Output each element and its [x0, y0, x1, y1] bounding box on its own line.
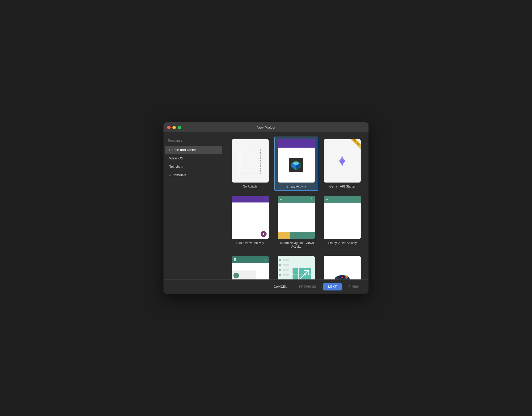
phone-body-empty: [278, 148, 315, 183]
bottom-nav-header: ← ⋮: [278, 196, 315, 203]
back-arrow-icon: ←: [325, 197, 329, 201]
game-controller-icon: [334, 272, 351, 279]
template-preview-no-activity: [232, 139, 269, 183]
next-button[interactable]: NEXT: [323, 283, 342, 290]
menu-icon: ☰: [233, 258, 236, 261]
dialog-content: Templates Phone and Tablet Wear OS Telev…: [163, 132, 369, 279]
template-preview-gemini: PREVIEW: [324, 139, 361, 183]
nav-item-2: [290, 232, 303, 239]
template-empty-views[interactable]: ← Empty Views Activity: [320, 193, 364, 251]
template-preview-empty-activity: ←: [278, 139, 315, 183]
template-preview-basic-views: ← ⋮ +: [232, 196, 269, 239]
preview-badge-label: PREVIEW: [348, 139, 361, 150]
responsive-grid-area: [290, 257, 313, 279]
sidebar-item-automotive[interactable]: Automotive: [165, 171, 222, 179]
template-preview-empty-views: ←: [324, 196, 361, 239]
cancel-button[interactable]: CANCEL: [269, 283, 292, 290]
list-item-2: [279, 263, 289, 267]
template-name-empty-views: Empty Views Activity: [328, 241, 357, 245]
list-line: [283, 274, 289, 275]
list-circle: [279, 259, 281, 261]
responsive-arrow-icon: [290, 257, 313, 279]
list-line: [283, 259, 289, 261]
sidebar-item-wear-os[interactable]: Wear OS: [165, 154, 222, 162]
dialog-footer: CANCEL PREVIOUS NEXT FINISH: [163, 279, 369, 294]
template-preview-game: [324, 256, 361, 279]
nav-item-3: [302, 232, 315, 239]
previous-button: PREVIOUS: [294, 283, 321, 290]
menu-dots-icon: ⋮: [264, 198, 267, 201]
list-circle: [279, 264, 281, 266]
template-bottom-nav[interactable]: ← ⋮ Bottom Navigation Views Activity: [274, 193, 318, 251]
responsive-mockup: [278, 256, 315, 279]
template-name-bottom-nav: Bottom Navigation Views Activity: [277, 241, 315, 248]
svg-point-16: [346, 278, 347, 279]
phone-mockup-empty: ←: [278, 139, 315, 183]
sidebar-section-label: Templates: [163, 137, 224, 145]
template-name-basic-views: Basic Views Activity: [236, 241, 264, 245]
preview-badge: PREVIEW: [346, 139, 361, 153]
svg-point-15: [346, 275, 347, 277]
template-name-no-activity: No Activity: [243, 185, 258, 188]
nav-item-1: [278, 232, 290, 239]
finish-button: FINISH: [344, 283, 364, 290]
template-nav-views[interactable]: ☰ ⋮: [228, 253, 272, 279]
phone-header-empty: ←: [278, 139, 315, 148]
titlebar: New Project: [163, 122, 369, 132]
template-preview-nav-views: ☰ ⋮: [232, 256, 269, 279]
responsive-layout: [279, 257, 313, 279]
back-arrow-icon: ←: [279, 197, 283, 201]
minimize-button[interactable]: [172, 126, 176, 129]
nav-views-mockup: ☰ ⋮: [232, 256, 269, 279]
list-item-4: [279, 273, 289, 277]
nav-circle-icon: [233, 273, 239, 278]
template-name-empty-activity: Empty Activity: [287, 185, 306, 188]
template-basic-views[interactable]: ← ⋮ + Basic Views Activity: [228, 193, 272, 251]
new-project-dialog: New Project Templates Phone and Tablet W…: [163, 122, 369, 294]
responsive-left-panel: [279, 257, 289, 279]
bottom-nav-body: [278, 203, 315, 232]
back-arrow-icon: ←: [280, 142, 283, 145]
menu-dots-icon: ⋮: [310, 198, 313, 201]
list-line: [283, 264, 289, 266]
android-cube-icon: [289, 158, 303, 172]
templates-grid: No Activity ←: [228, 137, 364, 279]
game-preview-area: [324, 256, 361, 279]
empty-views-body: [324, 203, 361, 239]
template-game-activity[interactable]: Game Activity: [320, 253, 364, 279]
template-empty-activity[interactable]: ←: [274, 137, 318, 191]
svg-point-17: [341, 277, 343, 278]
menu-dots-icon: ⋮: [264, 258, 267, 261]
bottom-nav-mockup: ← ⋮: [278, 196, 315, 239]
close-button[interactable]: [167, 126, 171, 129]
template-responsive-views[interactable]: + Responsive Views Activity: [274, 253, 318, 279]
template-preview-bottom-nav: ← ⋮: [278, 196, 315, 239]
maximize-button[interactable]: [178, 126, 181, 129]
empty-views-header: ←: [324, 196, 361, 203]
templates-grid-container: No Activity ←: [224, 132, 369, 279]
template-preview-responsive: +: [278, 256, 315, 279]
sidebar-item-phone-tablet[interactable]: Phone and Tablet: [165, 146, 222, 154]
list-circle: [279, 269, 281, 271]
fab-button-icon: +: [261, 231, 267, 237]
window-title: New Project: [257, 126, 275, 129]
template-gemini-api-starter[interactable]: PREVIEW: [320, 137, 364, 191]
nav-views-header: ☰ ⋮: [232, 256, 269, 263]
sidebar: Templates Phone and Tablet Wear OS Telev…: [163, 132, 224, 279]
list-line: [283, 269, 289, 271]
no-activity-icon: [240, 148, 261, 174]
sidebar-item-television[interactable]: Television: [165, 163, 222, 171]
gemini-star-icon: [336, 154, 349, 168]
list-item-3: [279, 268, 289, 272]
template-name-gemini: Gemini API Starter: [329, 185, 355, 188]
traffic-lights: [167, 126, 181, 129]
back-arrow-icon: ←: [234, 197, 237, 201]
basic-views-header: ← ⋮: [232, 196, 269, 202]
template-no-activity[interactable]: No Activity: [228, 137, 272, 191]
bottom-nav-bar: [278, 232, 315, 239]
empty-views-mockup: ←: [324, 196, 361, 239]
list-circle: [279, 274, 281, 276]
nav-views-body: [232, 263, 269, 279]
svg-rect-12: [337, 277, 338, 279]
list-item-1: [279, 258, 289, 262]
